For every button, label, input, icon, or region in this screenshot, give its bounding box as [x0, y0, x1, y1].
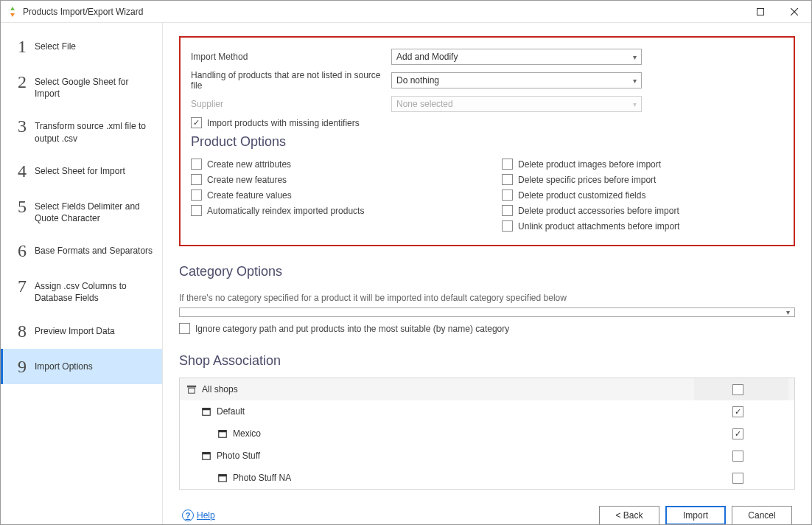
product-options-grid: Create new attributes Create new feature…: [191, 159, 783, 232]
handling-row: Handling of products that are not listed…: [191, 70, 783, 91]
product-options-heading: Product Options: [191, 134, 783, 150]
opt-unlink-attachments: Unlink product attachments before import: [502, 220, 783, 232]
opt-delete-customized-checkbox[interactable]: [502, 190, 513, 201]
opt-create-attributes-checkbox[interactable]: [191, 159, 202, 170]
highlighted-region: Import Method Add and Modify ▾ Handling …: [179, 36, 795, 246]
step-select-google-sheet[interactable]: 2Select Google Sheet for Import: [1, 64, 162, 108]
svg-rect-0: [757, 8, 764, 15]
tree-chk-mexico[interactable]: [732, 428, 743, 439]
step-fields-delimiter[interactable]: 5Select Fields Delimiter and Quote Chara…: [1, 189, 162, 233]
opt-delete-prices: Delete specific prices before import: [502, 174, 783, 185]
handling-label: Handling of products that are not listed…: [191, 70, 391, 91]
chevron-down-icon: ▾: [633, 53, 637, 61]
shop-group-icon: [200, 406, 212, 417]
opt-unlink-attachments-checkbox[interactable]: [502, 220, 513, 232]
handling-dropdown[interactable]: Do nothing ▾: [391, 72, 642, 88]
supplier-label: Supplier: [191, 99, 391, 109]
opt-create-feature-values-checkbox[interactable]: [191, 190, 202, 201]
step-select-file[interactable]: 1Select File: [1, 29, 162, 64]
tree-row-all-shops[interactable]: All shops: [180, 378, 794, 400]
missing-ids-checkbox[interactable]: [191, 117, 202, 128]
missing-ids-label: Import products with missing identifiers: [207, 118, 360, 128]
category-options-heading: Category Options: [179, 264, 795, 279]
product-options-right: Delete product images before import Dele…: [502, 159, 783, 232]
default-category-dropdown[interactable]: ▾: [179, 307, 795, 317]
opt-create-features: Create new features: [191, 174, 472, 185]
ignore-category-path-label: Ignore category path and put products in…: [195, 324, 509, 334]
opt-auto-reindex-checkbox[interactable]: [191, 205, 202, 216]
import-method-dropdown[interactable]: Add and Modify ▾: [391, 49, 642, 65]
main-panel: Import Method Add and Modify ▾ Handling …: [163, 23, 811, 524]
svg-rect-10: [203, 453, 211, 455]
tree-chk-default[interactable]: [732, 406, 743, 417]
step-preview-data[interactable]: 8Preview Import Data: [1, 313, 162, 349]
content: 1Select File 2Select Google Sheet for Im…: [1, 23, 811, 524]
opt-delete-images-checkbox[interactable]: [502, 159, 513, 170]
tree-row-mexico[interactable]: Mexico: [180, 423, 794, 445]
footer: ? Help < Back Import Cancel: [179, 490, 795, 524]
shop-tree: All shops Default Mexico: [179, 378, 795, 490]
missing-ids-row: Import products with missing identifiers: [191, 117, 783, 128]
supplier-dropdown: None selected ▾: [391, 96, 642, 112]
help-icon: ?: [182, 510, 194, 521]
cancel-button[interactable]: Cancel: [732, 506, 792, 524]
chevron-down-icon: ▾: [633, 100, 637, 108]
opt-delete-images: Delete product images before import: [502, 159, 783, 170]
import-method-label: Import Method: [191, 52, 391, 62]
close-button[interactable]: [777, 1, 811, 23]
tree-row-default[interactable]: Default: [180, 400, 794, 423]
supplier-row: Supplier None selected ▾: [191, 95, 783, 113]
opt-create-features-checkbox[interactable]: [191, 174, 202, 185]
wizard-steps-sidebar: 1Select File 2Select Google Sheet for Im…: [1, 23, 163, 524]
opt-create-feature-values: Create feature values: [191, 190, 472, 201]
opt-delete-customized: Delete product customized fields: [502, 190, 783, 201]
window-title: Products Import/Export Wizard: [23, 7, 743, 17]
tree-chk-photo-stuff[interactable]: [732, 451, 743, 462]
app-icon: [7, 6, 18, 18]
wizard-window: Products Import/Export Wizard 1Select Fi…: [0, 0, 812, 525]
step-import-options[interactable]: 9Import Options: [1, 349, 162, 384]
handling-value: Do nothing: [396, 75, 439, 86]
tree-chk-all-shops[interactable]: [732, 384, 743, 395]
svg-rect-8: [219, 431, 227, 433]
shop-association-heading: Shop Association: [179, 353, 795, 369]
supplier-value: None selected: [396, 99, 453, 109]
tree-row-photo-stuff-na[interactable]: Photo Stuff NA: [180, 467, 794, 489]
step-assign-columns[interactable]: 7Assign .csv Columns to Database Fields: [1, 268, 162, 313]
svg-rect-12: [219, 475, 227, 477]
maximize-button[interactable]: [743, 1, 777, 23]
shops-icon: [186, 383, 197, 395]
shop-group-icon: [200, 450, 212, 462]
import-method-value: Add and Modify: [396, 52, 458, 62]
shop-icon: [217, 428, 228, 439]
import-method-row: Import Method Add and Modify ▾: [191, 48, 783, 66]
tree-chk-photo-stuff-na[interactable]: [732, 473, 743, 484]
back-button[interactable]: < Back: [599, 506, 659, 524]
opt-delete-prices-checkbox[interactable]: [502, 174, 513, 185]
import-button[interactable]: Import: [665, 506, 726, 524]
titlebar: Products Import/Export Wizard: [1, 1, 811, 23]
product-options-left: Create new attributes Create new feature…: [191, 159, 472, 232]
ignore-category-path-row: Ignore category path and put products in…: [179, 323, 795, 334]
step-select-sheet[interactable]: 4Select Sheet for Import: [1, 153, 162, 189]
svg-rect-6: [203, 408, 211, 411]
step-transform-xml[interactable]: 3Transform source .xml file to output .c…: [1, 108, 162, 153]
chevron-down-icon: ▾: [633, 77, 637, 85]
ignore-category-path-checkbox[interactable]: [179, 323, 190, 334]
opt-delete-accessories: Delete product accessories before import: [502, 205, 783, 216]
tree-row-photo-stuff[interactable]: Photo Stuff: [180, 445, 794, 467]
chevron-down-icon: ▾: [786, 308, 790, 316]
help-link[interactable]: ? Help: [182, 510, 215, 521]
opt-delete-accessories-checkbox[interactable]: [502, 205, 513, 216]
svg-rect-4: [189, 388, 195, 393]
window-controls: [743, 1, 811, 23]
opt-auto-reindex: Automatically reindex imported products: [191, 205, 472, 216]
shop-icon: [217, 472, 228, 484]
step-base-formats[interactable]: 6Base Formats and Separators: [1, 233, 162, 268]
category-helper-text: If there's no category specified for a p…: [179, 293, 795, 303]
svg-rect-3: [187, 386, 196, 388]
opt-create-attributes: Create new attributes: [191, 159, 472, 170]
